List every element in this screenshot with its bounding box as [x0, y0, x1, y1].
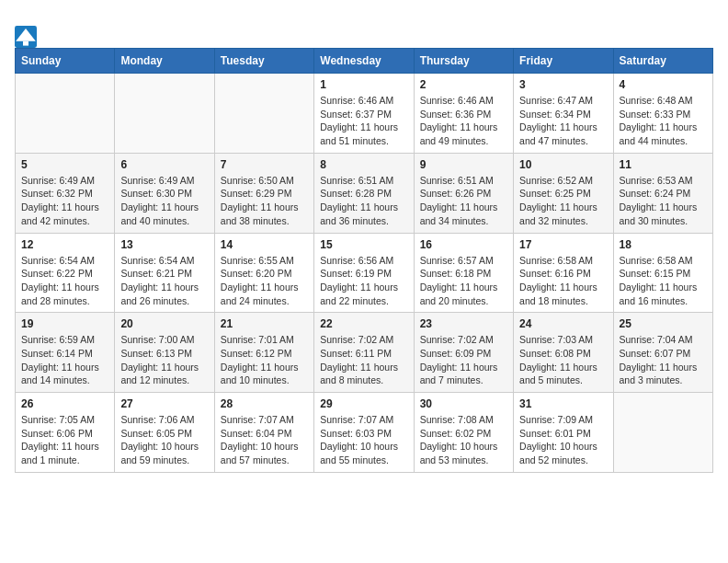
calendar-cell: 12Sunrise: 6:54 AM Sunset: 6:22 PM Dayli…	[16, 233, 115, 313]
calendar-week-1: 1Sunrise: 6:46 AM Sunset: 6:37 PM Daylig…	[16, 74, 713, 154]
day-info: Sunrise: 6:46 AM Sunset: 6:36 PM Dayligh…	[420, 94, 507, 148]
calendar-cell	[214, 74, 313, 154]
day-number: 7	[221, 158, 308, 171]
calendar-cell: 24Sunrise: 7:03 AM Sunset: 6:08 PM Dayli…	[514, 313, 613, 393]
weekday-header-monday: Monday	[115, 49, 214, 74]
calendar-cell: 8Sunrise: 6:51 AM Sunset: 6:28 PM Daylig…	[314, 153, 414, 233]
calendar-cell: 11Sunrise: 6:53 AM Sunset: 6:24 PM Dayli…	[613, 153, 712, 233]
calendar-cell: 17Sunrise: 6:58 AM Sunset: 6:16 PM Dayli…	[514, 233, 613, 313]
calendar-cell: 1Sunrise: 6:46 AM Sunset: 6:37 PM Daylig…	[314, 74, 414, 154]
day-info: Sunrise: 6:47 AM Sunset: 6:34 PM Dayligh…	[519, 94, 607, 148]
day-number: 9	[420, 158, 507, 171]
day-number: 21	[221, 317, 308, 330]
day-number: 12	[21, 238, 108, 251]
day-number: 11	[620, 158, 707, 171]
day-number: 17	[519, 238, 607, 251]
calendar-cell: 7Sunrise: 6:50 AM Sunset: 6:29 PM Daylig…	[214, 153, 313, 233]
calendar-cell	[115, 74, 214, 154]
day-number: 16	[420, 238, 507, 251]
calendar-table: SundayMondayTuesdayWednesdayThursdayFrid…	[15, 48, 713, 473]
calendar-cell: 21Sunrise: 7:01 AM Sunset: 6:12 PM Dayli…	[214, 313, 313, 393]
weekday-header-thursday: Thursday	[414, 49, 513, 74]
calendar-cell: 10Sunrise: 6:52 AM Sunset: 6:25 PM Dayli…	[514, 153, 613, 233]
calendar-cell: 16Sunrise: 6:57 AM Sunset: 6:18 PM Dayli…	[414, 233, 513, 313]
day-number: 5	[21, 158, 108, 171]
day-info: Sunrise: 6:46 AM Sunset: 6:37 PM Dayligh…	[320, 94, 407, 148]
logo-icon	[15, 26, 37, 48]
calendar-cell: 5Sunrise: 6:49 AM Sunset: 6:32 PM Daylig…	[16, 153, 115, 233]
day-info: Sunrise: 6:49 AM Sunset: 6:30 PM Dayligh…	[120, 174, 208, 228]
day-number: 10	[519, 158, 607, 171]
day-info: Sunrise: 6:48 AM Sunset: 6:33 PM Dayligh…	[620, 94, 707, 148]
weekday-header-tuesday: Tuesday	[214, 49, 313, 74]
day-info: Sunrise: 7:06 AM Sunset: 6:05 PM Dayligh…	[120, 413, 208, 467]
day-number: 19	[21, 317, 108, 330]
calendar-cell: 20Sunrise: 7:00 AM Sunset: 6:13 PM Dayli…	[115, 313, 214, 393]
calendar-cell: 15Sunrise: 6:56 AM Sunset: 6:19 PM Dayli…	[314, 233, 414, 313]
calendar-cell: 13Sunrise: 6:54 AM Sunset: 6:21 PM Dayli…	[115, 233, 214, 313]
calendar-week-4: 19Sunrise: 6:59 AM Sunset: 6:14 PM Dayli…	[16, 313, 713, 393]
day-number: 29	[320, 397, 407, 410]
calendar-cell: 3Sunrise: 6:47 AM Sunset: 6:34 PM Daylig…	[514, 74, 613, 154]
calendar-header-row: SundayMondayTuesdayWednesdayThursdayFrid…	[16, 49, 713, 74]
day-info: Sunrise: 6:51 AM Sunset: 6:26 PM Dayligh…	[420, 174, 507, 228]
weekday-header-wednesday: Wednesday	[314, 49, 414, 74]
svg-rect-2	[23, 41, 28, 46]
day-info: Sunrise: 7:07 AM Sunset: 6:04 PM Dayligh…	[221, 413, 308, 467]
day-info: Sunrise: 6:53 AM Sunset: 6:24 PM Dayligh…	[620, 174, 707, 228]
day-number: 22	[320, 317, 407, 330]
calendar-cell: 23Sunrise: 7:02 AM Sunset: 6:09 PM Dayli…	[414, 313, 513, 393]
day-number: 31	[519, 397, 607, 410]
weekday-header-sunday: Sunday	[16, 49, 115, 74]
day-number: 25	[620, 317, 707, 330]
day-number: 24	[519, 317, 607, 330]
day-info: Sunrise: 7:07 AM Sunset: 6:03 PM Dayligh…	[320, 413, 407, 467]
day-number: 8	[320, 158, 407, 171]
calendar-cell: 9Sunrise: 6:51 AM Sunset: 6:26 PM Daylig…	[414, 153, 513, 233]
day-info: Sunrise: 7:08 AM Sunset: 6:02 PM Dayligh…	[420, 413, 507, 467]
logo	[15, 22, 40, 48]
day-number: 6	[120, 158, 208, 171]
day-number: 1	[320, 78, 407, 91]
day-number: 28	[221, 397, 308, 410]
day-number: 2	[420, 78, 507, 91]
calendar-cell: 25Sunrise: 7:04 AM Sunset: 6:07 PM Dayli…	[613, 313, 712, 393]
day-number: 13	[120, 238, 208, 251]
day-number: 26	[21, 397, 108, 410]
calendar-cell: 2Sunrise: 6:46 AM Sunset: 6:36 PM Daylig…	[414, 74, 513, 154]
day-info: Sunrise: 6:54 AM Sunset: 6:21 PM Dayligh…	[120, 254, 208, 308]
day-info: Sunrise: 6:49 AM Sunset: 6:32 PM Dayligh…	[21, 174, 108, 228]
calendar-week-2: 5Sunrise: 6:49 AM Sunset: 6:32 PM Daylig…	[16, 153, 713, 233]
calendar-cell: 22Sunrise: 7:02 AM Sunset: 6:11 PM Dayli…	[314, 313, 414, 393]
weekday-header-friday: Friday	[514, 49, 613, 74]
page-header	[15, 22, 713, 48]
day-info: Sunrise: 6:54 AM Sunset: 6:22 PM Dayligh…	[21, 254, 108, 308]
day-info: Sunrise: 7:03 AM Sunset: 6:08 PM Dayligh…	[519, 333, 607, 387]
calendar-week-5: 26Sunrise: 7:05 AM Sunset: 6:06 PM Dayli…	[16, 393, 713, 473]
day-info: Sunrise: 6:56 AM Sunset: 6:19 PM Dayligh…	[320, 254, 407, 308]
day-number: 15	[320, 238, 407, 251]
day-info: Sunrise: 7:02 AM Sunset: 6:11 PM Dayligh…	[320, 333, 407, 387]
calendar-cell: 4Sunrise: 6:48 AM Sunset: 6:33 PM Daylig…	[613, 74, 712, 154]
day-info: Sunrise: 6:58 AM Sunset: 6:15 PM Dayligh…	[620, 254, 707, 308]
day-number: 14	[221, 238, 308, 251]
calendar-cell: 14Sunrise: 6:55 AM Sunset: 6:20 PM Dayli…	[214, 233, 313, 313]
day-info: Sunrise: 6:58 AM Sunset: 6:16 PM Dayligh…	[519, 254, 607, 308]
calendar-cell	[613, 393, 712, 473]
day-info: Sunrise: 7:02 AM Sunset: 6:09 PM Dayligh…	[420, 333, 507, 387]
weekday-header-saturday: Saturday	[613, 49, 712, 74]
calendar-cell: 27Sunrise: 7:06 AM Sunset: 6:05 PM Dayli…	[115, 393, 214, 473]
calendar-cell: 29Sunrise: 7:07 AM Sunset: 6:03 PM Dayli…	[314, 393, 414, 473]
calendar-week-3: 12Sunrise: 6:54 AM Sunset: 6:22 PM Dayli…	[16, 233, 713, 313]
day-number: 23	[420, 317, 507, 330]
day-info: Sunrise: 6:59 AM Sunset: 6:14 PM Dayligh…	[21, 333, 108, 387]
day-number: 30	[420, 397, 507, 410]
day-number: 4	[620, 78, 707, 91]
day-number: 27	[120, 397, 208, 410]
calendar-cell	[16, 74, 115, 154]
day-info: Sunrise: 7:01 AM Sunset: 6:12 PM Dayligh…	[221, 333, 308, 387]
calendar-cell: 31Sunrise: 7:09 AM Sunset: 6:01 PM Dayli…	[514, 393, 613, 473]
calendar-cell: 30Sunrise: 7:08 AM Sunset: 6:02 PM Dayli…	[414, 393, 513, 473]
day-number: 18	[620, 238, 707, 251]
day-info: Sunrise: 7:00 AM Sunset: 6:13 PM Dayligh…	[120, 333, 208, 387]
